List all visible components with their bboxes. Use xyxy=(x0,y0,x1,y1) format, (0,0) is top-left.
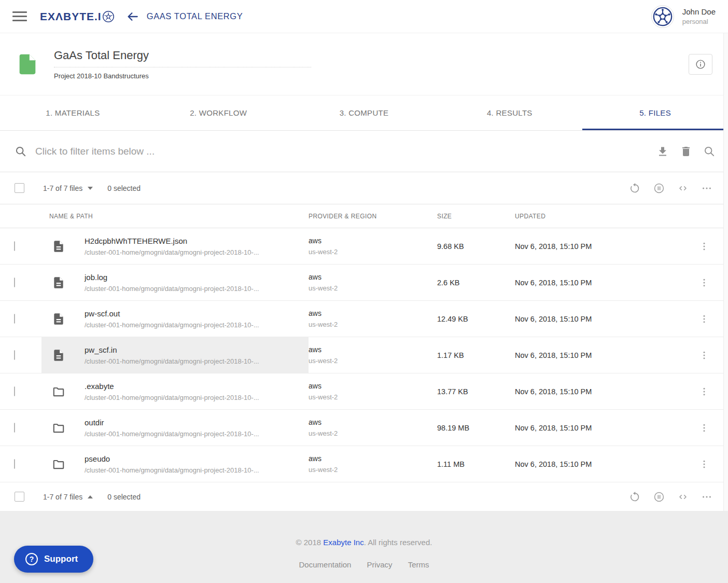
pagination-range-button-bottom[interactable]: 1-7 of 7 files xyxy=(43,493,93,501)
tab-bar: 1. MATERIALS2. WORKFLOW3. COMPUTE4. RESU… xyxy=(0,95,728,131)
folder-icon xyxy=(52,385,65,398)
file-path: /cluster-001-home/gmogni/data/gmogni-pro… xyxy=(85,466,259,474)
tab-1-materials[interactable]: 1. MATERIALS xyxy=(0,95,146,130)
more-options-icon[interactable] xyxy=(701,183,712,194)
provider: aws xyxy=(309,309,437,317)
row-checkbox[interactable] xyxy=(14,423,15,433)
more-options-icon-bottom[interactable] xyxy=(701,491,712,503)
updated-date: Nov 6, 2018, 15:10 PM xyxy=(515,424,670,432)
file-size: 9.68 KB xyxy=(437,242,515,251)
file-name[interactable]: .exabyte xyxy=(85,382,259,391)
brand-logo[interactable]: EXΛBYTE.I xyxy=(40,10,115,23)
row-actions-menu-icon[interactable] xyxy=(699,241,709,252)
pause-icon[interactable] xyxy=(653,183,665,194)
info-button[interactable] xyxy=(689,54,712,75)
file-name[interactable]: H2dcpbhWhTTEHERWE.json xyxy=(85,237,259,245)
row-actions-menu-icon[interactable] xyxy=(699,314,709,324)
support-label: Support xyxy=(44,554,78,564)
search-action-icon[interactable] xyxy=(703,145,716,158)
table-row: outdir /cluster-001-home/gmogni/data/gmo… xyxy=(0,410,728,446)
entity-header: GaAs Total Energy Project 2018-10 Bandst… xyxy=(0,33,728,95)
refresh-icon-bottom[interactable] xyxy=(629,491,641,503)
footer-link-privacy[interactable]: Privacy xyxy=(367,560,392,569)
download-icon[interactable] xyxy=(656,145,669,158)
updated-date: Nov 6, 2018, 15:10 PM xyxy=(515,315,670,323)
tab-4-results[interactable]: 4. RESULTS xyxy=(437,95,582,130)
table-row: .exabyte /cluster-001-home/gmogni/data/g… xyxy=(0,373,728,410)
row-checkbox[interactable] xyxy=(14,459,15,469)
code-icon-bottom[interactable] xyxy=(677,491,689,503)
chevron-up-icon xyxy=(88,495,93,498)
file-path: /cluster-001-home/gmogni/data/gmogni-pro… xyxy=(85,321,259,329)
search-icon xyxy=(15,145,27,158)
pagination-range-label-bottom: 1-7 of 7 files xyxy=(43,493,82,501)
updated-date: Nov 6, 2018, 15:10 PM xyxy=(515,279,670,287)
entity-subtitle: Project 2018-10 Bandstructures xyxy=(54,72,311,80)
refresh-icon[interactable] xyxy=(629,183,641,194)
file-path: /cluster-001-home/gmogni/data/gmogni-pro… xyxy=(85,248,259,256)
file-size: 13.77 KB xyxy=(437,387,515,396)
row-actions-menu-icon[interactable] xyxy=(699,386,709,397)
pause-icon-bottom[interactable] xyxy=(653,491,665,503)
scrollbar-track[interactable] xyxy=(723,33,728,511)
entity-title: GaAs Total Energy xyxy=(54,49,311,67)
file-size: 12.49 KB xyxy=(437,315,515,323)
column-header-size: SIZE xyxy=(437,213,515,220)
file-name[interactable]: pseudo xyxy=(85,454,259,463)
trash-icon[interactable] xyxy=(680,145,692,158)
file-name[interactable]: job.log xyxy=(85,273,259,282)
selected-count-label: 0 selected xyxy=(107,184,141,192)
footer: © 2018 Exabyte Inc. All rights reserved.… xyxy=(0,511,728,583)
back-arrow-icon[interactable] xyxy=(126,10,139,23)
selected-count-label-bottom: 0 selected xyxy=(107,493,141,501)
row-actions-menu-icon[interactable] xyxy=(699,423,709,433)
updated-date: Nov 6, 2018, 15:10 PM xyxy=(515,242,670,251)
list-toolbar-bottom: 1-7 of 7 files 0 selected xyxy=(0,482,728,511)
row-checkbox[interactable] xyxy=(14,277,15,287)
pagination-range-button[interactable]: 1-7 of 7 files xyxy=(43,184,93,192)
table-header: NAME & PATH PROVIDER & REGION SIZE UPDAT… xyxy=(0,204,728,228)
file-name[interactable]: pw-scf.out xyxy=(85,309,259,318)
support-button[interactable]: ? Support xyxy=(14,546,93,573)
updated-date: Nov 6, 2018, 15:10 PM xyxy=(515,387,670,396)
footer-link-terms[interactable]: Terms xyxy=(408,560,429,569)
menu-icon[interactable] xyxy=(12,11,27,21)
file-name[interactable]: pw_scf.in xyxy=(85,345,259,354)
file-name[interactable]: outdir xyxy=(85,418,259,427)
select-all-checkbox[interactable] xyxy=(15,183,24,193)
region: us-west-2 xyxy=(309,248,437,256)
filter-input[interactable] xyxy=(35,146,656,157)
row-checkbox[interactable] xyxy=(14,350,15,360)
footer-link-documentation[interactable]: Documentation xyxy=(299,560,352,569)
row-checkbox[interactable] xyxy=(14,241,15,251)
tab-2-workflow[interactable]: 2. WORKFLOW xyxy=(146,95,291,130)
select-all-checkbox-bottom[interactable] xyxy=(15,492,24,502)
row-checkbox[interactable] xyxy=(14,386,15,396)
row-checkbox[interactable] xyxy=(14,314,15,324)
row-actions-menu-icon[interactable] xyxy=(699,350,709,360)
company-link[interactable]: Exabyte Inc xyxy=(323,538,363,547)
row-actions-menu-icon[interactable] xyxy=(699,459,709,469)
tab-3-compute[interactable]: 3. COMPUTE xyxy=(291,95,437,130)
column-header-updated: UPDATED xyxy=(515,213,670,220)
code-icon[interactable] xyxy=(677,183,689,194)
updated-date: Nov 6, 2018, 15:10 PM xyxy=(515,351,670,359)
table-row: pw-scf.out /cluster-001-home/gmogni/data… xyxy=(0,301,728,337)
row-actions-menu-icon[interactable] xyxy=(699,277,709,288)
provider: aws xyxy=(309,273,437,281)
question-circle-icon: ? xyxy=(25,553,38,565)
region: us-west-2 xyxy=(309,357,437,365)
avatar xyxy=(651,5,674,28)
file-path: /cluster-001-home/gmogni/data/gmogni-pro… xyxy=(85,357,259,365)
provider: aws xyxy=(309,418,437,426)
user-menu[interactable]: John Doe personal xyxy=(651,5,716,28)
region: us-west-2 xyxy=(309,393,437,401)
tab-5-files[interactable]: 5. FILES xyxy=(582,95,728,130)
table-row: pseudo /cluster-001-home/gmogni/data/gmo… xyxy=(0,446,728,482)
app-bar: EXΛBYTE.I GAAS TOTAL ENERGY John Doe per… xyxy=(0,0,728,33)
provider: aws xyxy=(309,345,437,354)
folder-icon xyxy=(52,457,65,471)
green-file-icon xyxy=(16,52,39,76)
soccer-ball-icon xyxy=(102,10,115,23)
table-row: H2dcpbhWhTTEHERWE.json /cluster-001-home… xyxy=(0,228,728,265)
